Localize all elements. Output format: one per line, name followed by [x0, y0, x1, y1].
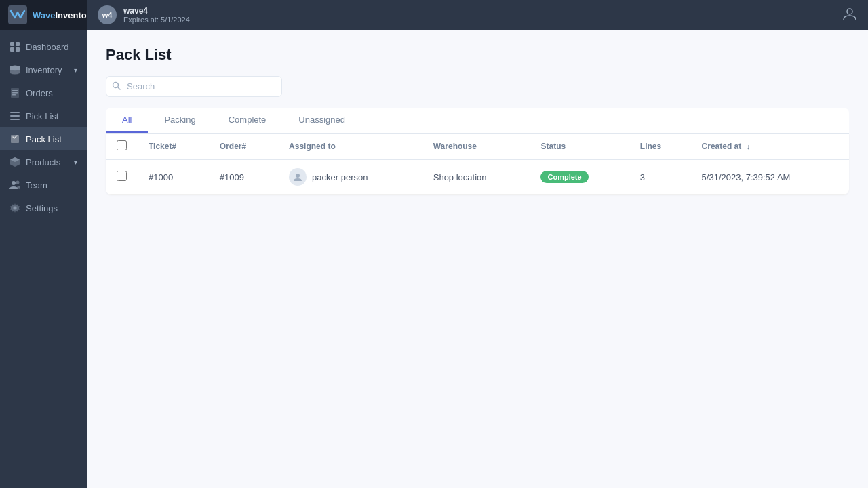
- row-assigned-to: packer person: [278, 160, 422, 195]
- col-order: Order#: [209, 134, 278, 160]
- row-status: Complete: [530, 160, 629, 195]
- svg-rect-7: [12, 92, 18, 94]
- sidebar-item-orders-label: Orders: [26, 88, 53, 98]
- search-bar: [106, 76, 282, 97]
- header-checkbox-cell: [106, 134, 138, 160]
- topbar-user: w4 wave4 Expires at: 5/1/2024: [98, 5, 190, 24]
- table-row[interactable]: #1000 #1009 packer person Shop location …: [106, 160, 849, 195]
- sidebar-item-dashboard-label: Dashboard: [26, 42, 69, 52]
- pack-list-table: Ticket# Order# Assigned to Warehouse Sta…: [106, 134, 849, 195]
- products-chevron-icon: ▾: [74, 159, 77, 166]
- svg-rect-3: [10, 47, 14, 52]
- sidebar-item-settings-label: Settings: [26, 203, 58, 214]
- col-assigned-to: Assigned to: [278, 134, 422, 160]
- tab-complete[interactable]: Complete: [212, 108, 283, 133]
- sidebar: WaveInventory Dashboard Inventory ▾ Orde…: [0, 0, 87, 488]
- table-section: All Packing Complete Unassigned Ticket# …: [106, 108, 849, 195]
- products-icon: [9, 157, 20, 167]
- col-warehouse: Warehouse: [422, 134, 530, 160]
- team-icon: [9, 180, 20, 190]
- svg-rect-0: [8, 5, 27, 24]
- tabs-bar: All Packing Complete Unassigned: [106, 108, 849, 134]
- sidebar-item-orders[interactable]: Orders: [0, 81, 87, 104]
- row-created-at: 5/31/2023, 7:39:52 AM: [691, 160, 849, 195]
- sidebar-item-pack-list[interactable]: Pack List: [0, 127, 87, 150]
- svg-point-17: [113, 82, 119, 87]
- svg-rect-12: [11, 135, 19, 143]
- sidebar-item-products[interactable]: Products ▾: [0, 150, 87, 174]
- col-lines: Lines: [629, 134, 691, 160]
- inventory-chevron-icon: ▾: [74, 66, 77, 74]
- user-name: wave4: [123, 6, 190, 16]
- row-checkbox[interactable]: [117, 171, 127, 181]
- sidebar-item-pick-list-label: Pick List: [26, 111, 58, 121]
- table-container: Ticket# Order# Assigned to Warehouse Sta…: [106, 134, 849, 195]
- pack-list-icon: [9, 134, 20, 144]
- orders-icon: [9, 87, 20, 98]
- col-ticket: Ticket#: [138, 134, 209, 160]
- svg-rect-8: [12, 94, 16, 96]
- col-created-at[interactable]: Created at ↓: [691, 134, 849, 160]
- sidebar-item-team[interactable]: Team: [0, 174, 87, 197]
- svg-rect-11: [10, 119, 20, 120]
- sidebar-item-settings[interactable]: Settings: [0, 197, 87, 220]
- sidebar-item-products-label: Products: [26, 157, 60, 167]
- page-title: Pack List: [106, 46, 849, 64]
- select-all-checkbox[interactable]: [117, 140, 127, 150]
- svg-rect-2: [16, 42, 20, 46]
- svg-point-16: [847, 9, 852, 14]
- row-order: #1009: [209, 160, 278, 195]
- inventory-icon: [9, 64, 20, 75]
- svg-point-14: [16, 181, 20, 184]
- app-logo-text: WaveInventory: [33, 10, 95, 20]
- sort-icon: ↓: [747, 142, 751, 150]
- row-lines: 3: [629, 160, 691, 195]
- sidebar-nav: Dashboard Inventory ▾ Orders Pick List: [0, 30, 87, 488]
- tab-unassigned[interactable]: Unassigned: [282, 108, 361, 133]
- assignee-name: packer person: [312, 172, 368, 182]
- search-icon: [112, 81, 121, 92]
- row-checkbox-cell: [106, 160, 138, 195]
- user-expires: Expires at: 5/1/2024: [123, 16, 190, 24]
- logo-icon: [8, 5, 27, 24]
- sidebar-item-pick-list[interactable]: Pick List: [0, 104, 87, 127]
- main-area: w4 wave4 Expires at: 5/1/2024 Pack List: [87, 0, 868, 488]
- dashboard-icon: [9, 41, 20, 52]
- svg-rect-10: [10, 115, 20, 117]
- pick-list-icon: [9, 110, 20, 121]
- avatar: w4: [98, 5, 117, 24]
- user-info: wave4 Expires at: 5/1/2024: [123, 6, 190, 24]
- user-account-icon[interactable]: [842, 6, 857, 24]
- svg-rect-6: [12, 90, 18, 92]
- sidebar-item-inventory-label: Inventory: [26, 65, 62, 75]
- table-header-row: Ticket# Order# Assigned to Warehouse Sta…: [106, 134, 849, 160]
- sidebar-item-inventory[interactable]: Inventory ▾: [0, 58, 87, 81]
- topbar: w4 wave4 Expires at: 5/1/2024: [87, 0, 868, 30]
- settings-icon: [9, 203, 20, 214]
- svg-point-18: [296, 174, 300, 178]
- sidebar-item-team-label: Team: [26, 180, 47, 190]
- svg-rect-4: [16, 47, 20, 52]
- svg-rect-1: [10, 42, 14, 46]
- svg-rect-9: [10, 112, 20, 113]
- sidebar-item-dashboard[interactable]: Dashboard: [0, 35, 87, 58]
- search-input[interactable]: [106, 76, 282, 97]
- status-badge: Complete: [540, 171, 588, 183]
- tab-all[interactable]: All: [106, 108, 148, 133]
- tab-packing[interactable]: Packing: [148, 108, 212, 133]
- sidebar-header: WaveInventory: [0, 0, 87, 30]
- svg-point-13: [12, 181, 16, 185]
- col-status: Status: [530, 134, 629, 160]
- content-area: Pack List All Packing Complete Unassigne…: [87, 30, 868, 488]
- sidebar-item-pack-list-label: Pack List: [26, 134, 62, 144]
- row-ticket: #1000: [138, 160, 209, 195]
- assignee-avatar: [289, 168, 307, 186]
- row-warehouse: Shop location: [422, 160, 530, 195]
